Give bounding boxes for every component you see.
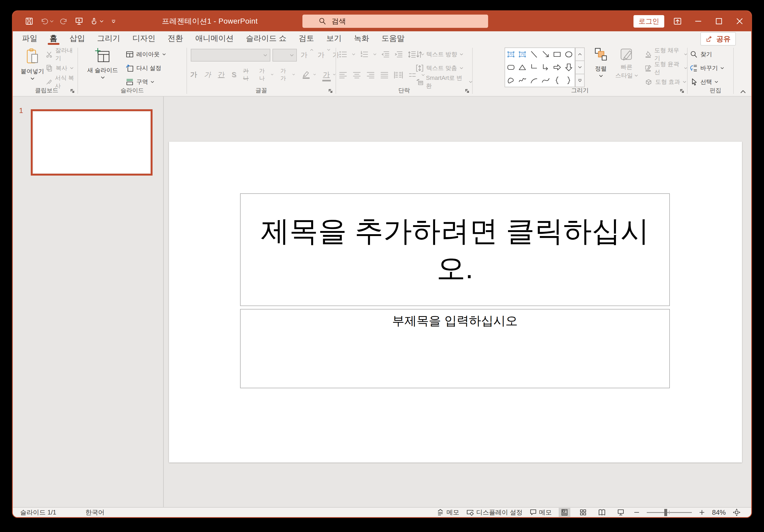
quick-styles-button[interactable]: 빠른 스타일: [614, 48, 639, 80]
shapes-scroll-down-button[interactable]: [575, 61, 585, 74]
arrange-button[interactable]: 정렬: [589, 48, 613, 77]
change-case-button[interactable]: 가가: [281, 67, 289, 82]
bold-button[interactable]: 가: [190, 70, 197, 79]
tab-draw[interactable]: 그리기: [91, 31, 126, 46]
ribbon-display-options-button[interactable]: [670, 11, 685, 31]
minimize-button[interactable]: [691, 11, 706, 31]
customize-qat-button[interactable]: [110, 18, 117, 25]
underline-button[interactable]: 간: [218, 70, 225, 79]
tab-view[interactable]: 보기: [320, 31, 348, 46]
grow-font-button[interactable]: 가: [300, 49, 313, 61]
comments-button[interactable]: 메모: [529, 508, 552, 517]
shape-freeform[interactable]: [505, 74, 517, 87]
zoom-out-button[interactable]: [634, 509, 640, 516]
zoom-slider[interactable]: [647, 512, 692, 513]
tab-review[interactable]: 검토: [292, 31, 320, 46]
save-button[interactable]: [25, 17, 33, 26]
columns-icon[interactable]: [394, 71, 403, 79]
find-button[interactable]: 찾기: [690, 48, 712, 61]
align-text-button[interactable]: 텍스트 맞춤: [416, 62, 463, 74]
text-direction-button[interactable]: 텍스트 방향: [416, 48, 463, 61]
shape-scribble[interactable]: [517, 74, 528, 87]
font-name-select[interactable]: [191, 49, 270, 62]
zoom-slider-thumb[interactable]: [664, 509, 667, 516]
shape-right-arrow[interactable]: [551, 61, 563, 74]
line-spacing-icon[interactable]: [408, 50, 416, 59]
decrease-indent-icon[interactable]: [381, 50, 390, 59]
slide-indicator[interactable]: 슬라이드 1/1: [20, 508, 56, 517]
login-button[interactable]: 로그인: [634, 15, 664, 28]
maximize-button[interactable]: [711, 11, 726, 31]
display-settings-button[interactable]: 디스플레이 설정: [466, 508, 523, 517]
italic-button[interactable]: 가: [204, 70, 211, 79]
tab-file[interactable]: 파일: [16, 31, 44, 46]
numbering-icon[interactable]: [360, 50, 368, 59]
shapes-more-button[interactable]: [575, 74, 585, 87]
close-button[interactable]: [732, 11, 747, 31]
tab-record[interactable]: 녹화: [348, 31, 375, 46]
align-left-icon[interactable]: [339, 71, 347, 79]
increase-indent-icon[interactable]: [394, 50, 403, 59]
font-dialog-launcher[interactable]: [328, 89, 333, 94]
tab-home[interactable]: 홈: [44, 31, 64, 46]
clipboard-dialog-launcher[interactable]: [70, 89, 75, 94]
slideshow-view-button[interactable]: [615, 508, 627, 517]
list-level-icon[interactable]: [408, 72, 416, 79]
shape-elbow-arrow[interactable]: [540, 61, 551, 74]
normal-view-button[interactable]: [559, 508, 570, 517]
shape-left-brace[interactable]: [551, 74, 563, 87]
title-placeholder[interactable]: 제목을 추가하려면 클릭하십시오.: [240, 193, 670, 306]
fit-slide-button[interactable]: [733, 508, 741, 516]
bullets-icon[interactable]: [339, 50, 347, 59]
shape-right-brace[interactable]: [563, 74, 575, 87]
collapse-ribbon-button[interactable]: [740, 90, 746, 93]
paste-button[interactable]: 붙여넣기: [21, 48, 44, 80]
replace-button[interactable]: 바꾸기: [690, 62, 724, 74]
tab-animations[interactable]: 애니메이션: [189, 31, 240, 46]
character-spacing-button[interactable]: 가나: [259, 67, 268, 82]
slide-thumbnail[interactable]: [31, 109, 152, 176]
slide-sorter-view-button[interactable]: [577, 508, 589, 517]
touch-mode-button[interactable]: [90, 17, 103, 26]
shape-elbow[interactable]: [528, 61, 540, 74]
shape-triangle[interactable]: [517, 61, 528, 74]
paragraph-dialog-launcher[interactable]: [465, 89, 470, 94]
tab-slideshow[interactable]: 슬라이드 쇼: [240, 31, 292, 46]
shape-rounded-rectangle[interactable]: [505, 61, 517, 74]
tab-design[interactable]: 디자인: [126, 31, 162, 46]
zoom-level[interactable]: 84%: [712, 508, 726, 517]
align-center-icon[interactable]: [353, 71, 361, 79]
zoom-in-button[interactable]: [699, 509, 705, 516]
shape-fill-button[interactable]: 도형 채우기: [645, 48, 687, 61]
cut-button[interactable]: 잘라내기: [46, 48, 78, 61]
reset-button[interactable]: 다시 설정: [126, 62, 161, 74]
notes-button[interactable]: 메모: [437, 508, 459, 517]
layout-button[interactable]: 레이아웃: [126, 48, 166, 61]
drawing-dialog-launcher[interactable]: [679, 89, 685, 94]
redo-button[interactable]: [60, 17, 69, 26]
reading-view-button[interactable]: [596, 508, 608, 517]
shape-curve[interactable]: [540, 74, 551, 87]
copy-button[interactable]: 복사: [46, 62, 74, 74]
share-button[interactable]: 공유: [700, 32, 736, 46]
shape-textbox-horizontal[interactable]: 가: [505, 48, 517, 61]
new-slide-button[interactable]: 새 슬라이드: [86, 48, 120, 79]
language-indicator[interactable]: 한국어: [86, 508, 104, 517]
shapes-scroll-up-button[interactable]: [575, 48, 585, 61]
slide-canvas[interactable]: 제목을 추가하려면 클릭하십시오. 부제목을 입력하십시오: [169, 142, 742, 462]
justify-icon[interactable]: [380, 71, 389, 79]
start-slideshow-button[interactable]: [75, 17, 83, 26]
shape-rectangle[interactable]: [551, 48, 563, 61]
search-input[interactable]: 검색: [302, 15, 488, 28]
undo-button[interactable]: [40, 17, 54, 26]
tab-transitions[interactable]: 전환: [162, 31, 189, 46]
strikethrough-button[interactable]: 가나: [243, 67, 252, 82]
text-shadow-button[interactable]: S: [232, 71, 236, 79]
shape-oval[interactable]: [563, 48, 575, 61]
tab-help[interactable]: 도움말: [375, 31, 411, 46]
shape-down-arrow[interactable]: [563, 61, 575, 74]
shape-line[interactable]: [528, 48, 540, 61]
shrink-font-button[interactable]: 가: [317, 49, 330, 61]
tab-insert[interactable]: 삽입: [64, 31, 91, 46]
font-color-button[interactable]: 가: [323, 70, 330, 79]
